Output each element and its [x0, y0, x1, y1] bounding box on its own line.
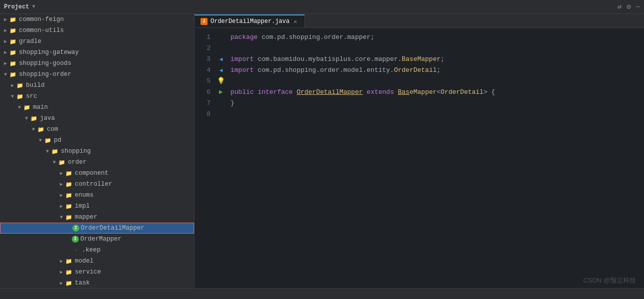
code-line-2 [230, 43, 644, 54]
tree-item-java[interactable]: ▼ 📁 java [0, 113, 194, 124]
tab-close-button[interactable]: ✕ [292, 17, 298, 26]
folder-icon: 📁 [65, 268, 73, 276]
arrange-icon[interactable]: ⇄ [618, 2, 622, 11]
tree-item-label: OrderDetailMapper [81, 225, 145, 232]
gutter: ◀ ◀ 💡 ▶ [215, 28, 226, 288]
watermark: CSDN @预立科技 [583, 276, 636, 285]
tree-item-order-mapper[interactable]: I OrderMapper [0, 234, 194, 245]
code-content[interactable]: package com.pd.shopping.order.mapper; im… [226, 28, 644, 288]
lightbulb-icon[interactable]: 💡 [217, 76, 225, 87]
folder-icon: 📁 [9, 15, 17, 23]
tree-item-common-utils[interactable]: ▶ 📁 common-utils [0, 25, 194, 36]
tree-arrow: ▼ [58, 215, 65, 220]
folder-icon: 📁 [58, 158, 66, 166]
tab-order-detail-mapper[interactable]: J OrderDetailMapper.java ✕ [195, 14, 305, 27]
tree-item-pd[interactable]: ▼ 📁 pd [0, 135, 194, 146]
tree-arrow: ▶ [2, 27, 9, 33]
tree-item-src[interactable]: ▼ 📁 src [0, 91, 194, 102]
tree-arrow: ▶ [58, 269, 65, 275]
tree-item-model[interactable]: ▶ 📁 model [0, 256, 194, 267]
tree-item-keep[interactable]: · .keep [0, 245, 194, 256]
tree-arrow: ▼ [37, 138, 44, 143]
status-bar [0, 288, 644, 299]
folder-icon: 📁 [9, 26, 17, 34]
folder-icon: 📁 [65, 180, 73, 188]
folder-orange-icon: 📁 [16, 81, 24, 89]
tree-arrow: ▼ [2, 72, 9, 77]
folder-icon: 📁 [9, 37, 17, 45]
tree-arrow: ▶ [2, 38, 9, 44]
tab-bar: J OrderDetailMapper.java ✕ [195, 14, 644, 28]
code-line-3: import com.baomidou.mybatisplus.core.map… [230, 54, 644, 65]
tree-item-impl[interactable]: ▶ 📁 impl [0, 201, 194, 212]
title-bar: Project ▼ ⇄ ⚙ ─ [0, 0, 644, 14]
code-line-4: import com.pd.shopping.order.model.entit… [230, 65, 644, 76]
tree-item-build[interactable]: ▶ 📁 build [0, 80, 194, 91]
tree-item-main[interactable]: ▼ 📁 main [0, 102, 194, 113]
tree-item-common-feign[interactable]: ▶ 📁 common-feign [0, 14, 194, 25]
file-icon: · [72, 246, 80, 254]
tree-item-component[interactable]: ▶ 📁 component [0, 168, 194, 179]
minus-icon[interactable]: ─ [636, 3, 640, 11]
folder-icon: 📁 [65, 279, 73, 287]
tree-arrow: ▼ [9, 94, 16, 99]
sidebar: ▶ 📁 common-feign ▶ 📁 common-utils ▶ 📁 gr… [0, 14, 195, 288]
tree-item-order[interactable]: ▼ 📁 order [0, 157, 194, 168]
tree-arrow: ▼ [44, 149, 51, 154]
tree-arrow: ▶ [2, 49, 9, 55]
tree-arrow: ▶ [2, 60, 9, 66]
tree-arrow: ▶ [58, 181, 65, 187]
tree-arrow: ▼ [51, 160, 58, 165]
tree-arrow: ▶ [58, 170, 65, 176]
code-line-7: } [230, 98, 644, 109]
settings-icon[interactable]: ⚙ [627, 2, 631, 11]
code-line-1: package com.pd.shopping.order.mapper; [230, 32, 644, 43]
interface-badge: I [72, 236, 79, 243]
interface-badge: I [72, 225, 79, 232]
tree-arrow: ▼ [30, 127, 37, 132]
tree-item-shopping-goods[interactable]: ▶ 📁 shopping-goods [0, 58, 194, 69]
folder-icon: 📁 [23, 103, 31, 111]
code-line-5 [230, 76, 644, 87]
folder-icon: 📁 [37, 125, 45, 133]
tree-item-enums[interactable]: ▶ 📁 enums [0, 190, 194, 201]
tree-arrow: ▼ [23, 116, 30, 121]
tree-arrow: ▶ [9, 82, 16, 88]
folder-java-icon: 📁 [30, 114, 38, 122]
run-icon[interactable]: ▶ [219, 87, 223, 98]
folder-icon: 📁 [65, 191, 73, 199]
tree-arrow: ▶ [58, 203, 65, 209]
tree-item-task[interactable]: ▶ 📁 task [0, 278, 194, 288]
tree-item-service[interactable]: ▶ 📁 service [0, 267, 194, 278]
tree-item-shopping[interactable]: ▼ 📁 shopping [0, 146, 194, 157]
folder-icon: 📁 [65, 213, 73, 221]
tab-label: OrderDetailMapper.java [211, 18, 289, 25]
tree-arrow: ▶ [58, 280, 65, 286]
tree-item-shopping-order[interactable]: ▼ 📁 shopping-order [0, 69, 194, 80]
tree-arrow: ▶ [58, 192, 65, 198]
code-editor[interactable]: 1 2 3 4 5 6 7 8 ◀ ◀ 💡 ▶ [195, 28, 644, 288]
tree-item-order-detail-mapper[interactable]: I OrderDetailMapper [0, 223, 194, 234]
folder-icon: 📁 [16, 92, 24, 100]
tree-item-shopping-gateway[interactable]: ▶ 📁 shopping-gateway [0, 47, 194, 58]
folder-icon: 📁 [44, 136, 52, 144]
folder-icon: 📁 [65, 202, 73, 210]
code-line-8 [230, 109, 644, 120]
folder-icon: 📁 [65, 257, 73, 265]
java-file-icon: J [201, 18, 208, 25]
line-numbers: 1 2 3 4 5 6 7 8 [195, 28, 215, 288]
tree-item-mapper[interactable]: ▼ 📁 mapper [0, 212, 194, 223]
folder-icon: 📁 [65, 169, 73, 177]
folder-icon: 📁 [51, 147, 59, 155]
tree-arrow: ▶ [58, 258, 65, 264]
folder-icon: 📁 [9, 70, 17, 78]
tree-item-label: OrderMapper [80, 236, 122, 243]
tree-item-com[interactable]: ▼ 📁 com [0, 124, 194, 135]
project-label: Project [4, 3, 29, 10]
tree-arrow: ▶ [2, 16, 9, 22]
tree-item-gradle[interactable]: ▶ 📁 gradle [0, 36, 194, 47]
folder-icon: 📁 [9, 48, 17, 56]
service-label: service [75, 269, 101, 276]
dropdown-icon[interactable]: ▼ [32, 4, 35, 9]
tree-item-controller[interactable]: ▶ 📁 controller [0, 179, 194, 190]
